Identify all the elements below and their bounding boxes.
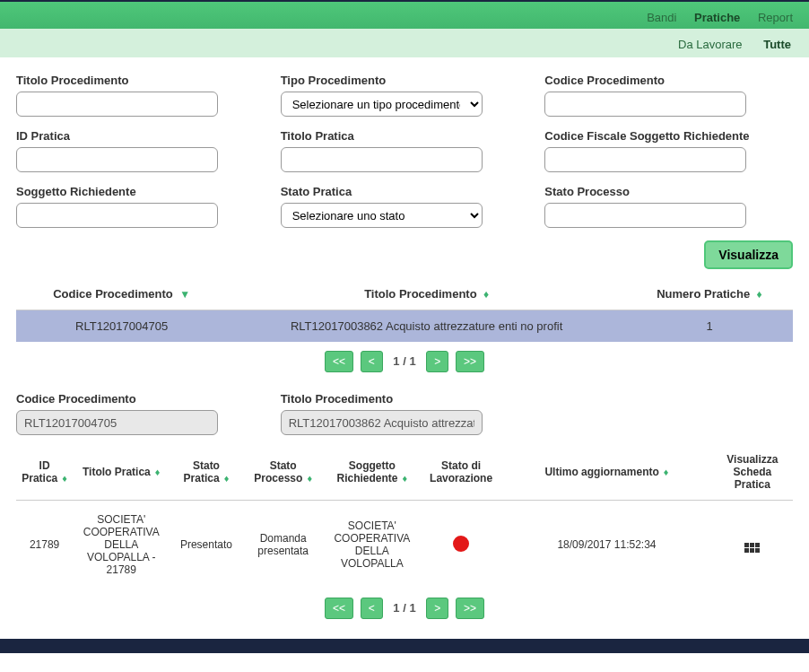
sort-icon: ♦ bbox=[152, 467, 161, 477]
th-stato-processo[interactable]: Stato Processo ♦ bbox=[243, 444, 324, 501]
nav-pratiche[interactable]: Pratiche bbox=[687, 7, 747, 28]
th-soggetto-richiedente[interactable]: Soggetto Richiedente ♦ bbox=[324, 444, 421, 501]
id-pratica-label: ID Pratica bbox=[16, 129, 265, 143]
stato-pratica-label: Stato Pratica bbox=[281, 185, 529, 198]
titolo-procedimento-input[interactable] bbox=[16, 92, 218, 117]
sub-nav: Da Lavorare Tutte bbox=[0, 29, 809, 57]
cell-ultimo-aggiornamento: 18/09/2017 11:52:34 bbox=[501, 501, 712, 589]
readonly-filters: Codice Procedimento Titolo Procedimento bbox=[0, 387, 809, 444]
cell-visualizza-scheda[interactable] bbox=[712, 501, 793, 589]
ro-codice-procedimento-label: Codice Procedimento bbox=[16, 392, 265, 406]
tipo-procedimento-label: Tipo Procedimento bbox=[281, 74, 529, 87]
cell-titolo-pratica: SOCIETA' COOPERATIVA DELLA VOLOPALLA - 2… bbox=[73, 501, 170, 589]
ro-titolo-procedimento-label: Titolo Procedimento bbox=[281, 392, 529, 406]
titolo-pratica-input[interactable] bbox=[281, 147, 483, 172]
th-stato-pratica[interactable]: Stato Pratica ♦ bbox=[170, 444, 242, 501]
sort-icon: ♦ bbox=[304, 473, 312, 484]
pager-first-button[interactable]: << bbox=[325, 598, 353, 619]
subnav-tutte[interactable]: Tutte bbox=[754, 36, 800, 53]
soggetto-richiedente-input[interactable] bbox=[16, 203, 218, 228]
th-titolo-pratica[interactable]: Titolo Pratica ♦ bbox=[73, 444, 170, 501]
pager-next-button[interactable]: > bbox=[426, 351, 448, 372]
nav-bandi[interactable]: Bandi bbox=[639, 7, 683, 28]
sort-icon: ♦ bbox=[753, 288, 761, 301]
cell-numero: 1 bbox=[626, 310, 793, 343]
table-row: 21789 SOCIETA' COOPERATIVA DELLA VOLOPAL… bbox=[16, 501, 793, 589]
codice-procedimento-label: Codice Procedimento bbox=[544, 74, 793, 87]
pager-prev-button[interactable]: < bbox=[361, 351, 383, 372]
th-id-pratica[interactable]: ID Pratica ♦ bbox=[16, 444, 73, 501]
cell-stato-lavorazione bbox=[421, 501, 501, 589]
visualizza-button[interactable]: Visualizza bbox=[704, 240, 793, 269]
pratiche-table: ID Pratica ♦ Titolo Pratica ♦ Stato Prat… bbox=[16, 444, 793, 589]
sort-icon: ♦ bbox=[661, 467, 669, 477]
sort-icon: ♦ bbox=[481, 288, 489, 301]
cell-codice: RLT12017004705 bbox=[16, 310, 227, 343]
pager-prev-button[interactable]: < bbox=[361, 598, 383, 619]
th-titolo-procedimento[interactable]: Titolo Procedimento ♦ bbox=[227, 278, 626, 310]
filters-area: Titolo Procedimento Tipo Procedimento Se… bbox=[0, 74, 809, 240]
cell-stato-pratica: Presentato bbox=[170, 501, 242, 589]
subnav-da-lavorare[interactable]: Da Lavorare bbox=[669, 36, 752, 53]
pager-last-button[interactable]: >> bbox=[456, 598, 484, 619]
footer-bar bbox=[0, 639, 809, 653]
stato-processo-input[interactable] bbox=[544, 203, 746, 228]
th-ultimo-aggiornamento[interactable]: Ultimo aggiornamento ♦ bbox=[501, 444, 712, 501]
th-numero-pratiche[interactable]: Numero Pratiche ♦ bbox=[626, 278, 793, 310]
id-pratica-input[interactable] bbox=[16, 147, 218, 172]
status-red-icon bbox=[453, 536, 469, 552]
ro-titolo-procedimento-input bbox=[281, 410, 483, 435]
sort-icon: ♦ bbox=[59, 473, 67, 484]
table-row[interactable]: RLT12017004705 RLT12017003862 Acquisto a… bbox=[16, 310, 793, 343]
cell-titolo: RLT12017003862 Acquisto attrezzature ent… bbox=[227, 310, 626, 343]
cell-id-pratica: 21789 bbox=[16, 501, 73, 589]
codice-fiscale-input[interactable] bbox=[544, 147, 746, 172]
sort-icon: ♦ bbox=[222, 473, 230, 484]
soggetto-richiedente-label: Soggetto Richiedente bbox=[16, 185, 265, 198]
pager-last-button[interactable]: >> bbox=[456, 351, 484, 372]
sort-icon: ♦ bbox=[400, 473, 408, 484]
pager-info: 1 / 1 bbox=[393, 354, 415, 368]
th-visualizza-scheda[interactable]: Visualizza Scheda Pratica bbox=[712, 444, 793, 501]
pager-next-button[interactable]: > bbox=[426, 598, 448, 619]
cell-soggetto-richiedente: SOCIETA' COOPERATIVA DELLA VOLOPALLA bbox=[324, 501, 421, 589]
pager-first-button[interactable]: << bbox=[325, 351, 353, 372]
tipo-procedimento-select[interactable]: Selezionare un tipo procedimento bbox=[281, 92, 483, 117]
stato-pratica-select[interactable]: Selezionare uno stato bbox=[281, 203, 483, 228]
cell-stato-processo: Domanda presentata bbox=[243, 501, 324, 589]
th-codice-procedimento[interactable]: Codice Procedimento ▼ bbox=[16, 278, 227, 310]
titolo-pratica-label: Titolo Pratica bbox=[281, 129, 529, 143]
view-grid-icon[interactable] bbox=[744, 543, 760, 553]
pager-1: << < 1 / 1 > >> bbox=[16, 342, 793, 381]
top-nav: Bandi Pratiche Report bbox=[0, 0, 809, 29]
titolo-procedimento-label: Titolo Procedimento bbox=[16, 74, 265, 87]
codice-fiscale-label: Codice Fiscale Soggetto Richiedente bbox=[544, 129, 793, 143]
codice-procedimento-input[interactable] bbox=[544, 92, 746, 117]
stato-processo-label: Stato Processo bbox=[544, 185, 793, 198]
ro-codice-procedimento-input bbox=[16, 410, 218, 435]
nav-report[interactable]: Report bbox=[751, 7, 800, 28]
sort-icon: ▼ bbox=[177, 288, 190, 301]
procedimenti-table: Codice Procedimento ▼ Titolo Procediment… bbox=[16, 278, 793, 342]
th-stato-lavorazione[interactable]: Stato di Lavorazione bbox=[421, 444, 501, 501]
pager-info: 1 / 1 bbox=[393, 601, 415, 615]
pager-2: << < 1 / 1 > >> bbox=[16, 589, 793, 628]
